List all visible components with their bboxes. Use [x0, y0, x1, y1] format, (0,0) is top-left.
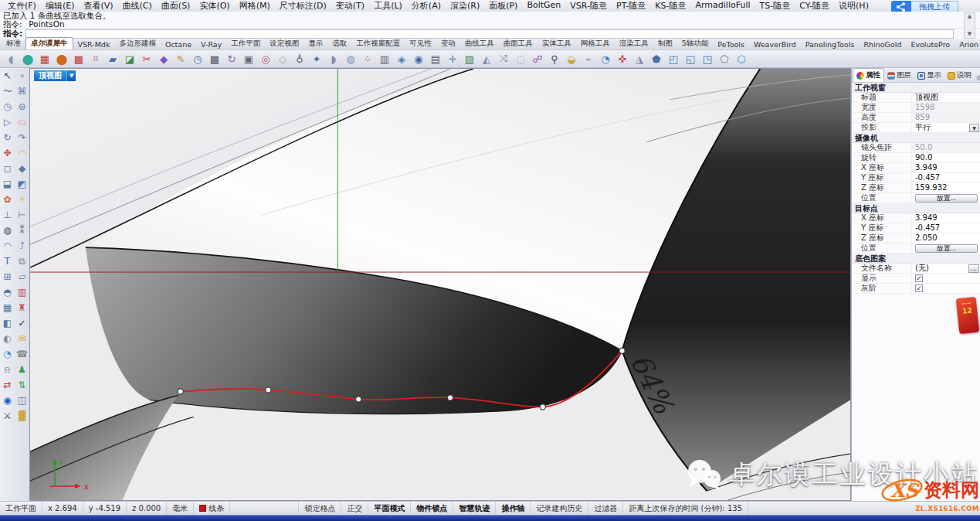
toolbar-tab[interactable]: 选取	[327, 38, 351, 49]
sidebar-tool-icon[interactable]: ⌘	[15, 83, 29, 99]
property-value[interactable]: -0.457	[915, 223, 940, 233]
sidebar-tool-icon[interactable]: ⬓	[0, 176, 15, 192]
status-item[interactable]: 锁定格点	[299, 502, 341, 515]
toolbar-icon[interactable]: ⌗	[87, 51, 104, 66]
viewport-title-tab[interactable]: 顶视图 ▼	[34, 70, 76, 81]
sidebar-tool-icon[interactable]: ⇅	[15, 377, 29, 393]
sidebar-tool-icon[interactable]: ◠	[15, 145, 29, 161]
sidebar-tool-icon[interactable]: ⚔	[0, 408, 15, 424]
toolbar-icon[interactable]: ▦	[36, 51, 53, 66]
status-item[interactable]: 毫米	[167, 502, 194, 515]
sidebar-tool-icon[interactable]: ◉	[0, 393, 15, 408]
property-value-cell[interactable]: 放置...	[912, 193, 980, 203]
menu-item[interactable]: 面板(P)	[484, 0, 522, 12]
sidebar-tool-icon[interactable]: ↖	[0, 68, 15, 83]
chevron-down-icon[interactable]: ▼	[969, 124, 979, 132]
menu-item[interactable]: 说明(H)	[834, 0, 873, 12]
menu-item[interactable]: 曲线(C)	[118, 0, 157, 12]
sidebar-tool-icon[interactable]: ▥	[15, 284, 29, 300]
property-value-cell[interactable]: 159.932	[912, 183, 980, 192]
toolbar-icon[interactable]: ⚲	[546, 51, 563, 66]
sidebar-tool-icon[interactable]: ♟	[15, 362, 29, 377]
panel-tab-显示[interactable]: 显示	[914, 69, 944, 82]
control-point[interactable]	[356, 397, 361, 402]
toolbar-tab[interactable]: PanelingTools	[801, 39, 860, 49]
toolbar-icon[interactable]: ▨	[461, 51, 478, 66]
control-point[interactable]	[447, 395, 453, 400]
property-value[interactable]: 159.932	[915, 183, 947, 192]
sidebar-tool-icon[interactable]: ◧	[0, 315, 15, 331]
sidebar-tool-icon[interactable]: ✓	[15, 315, 29, 331]
control-point[interactable]	[619, 348, 625, 353]
menu-item[interactable]: 变动(T)	[331, 0, 369, 12]
toolbar-icon[interactable]: ◷	[189, 51, 206, 66]
toolbar-icon[interactable]: ◔	[597, 51, 614, 66]
sidebar-tool-icon[interactable]: 〜	[0, 83, 15, 99]
toolbar-icon[interactable]: ▤	[427, 51, 444, 66]
property-value-cell[interactable]: 3.949	[912, 213, 980, 223]
toolbar-tab[interactable]: 实体工具	[537, 38, 576, 49]
property-value-cell[interactable]: 顶视图	[912, 93, 980, 102]
sidebar-tool-icon[interactable]: ▦	[0, 300, 15, 315]
sidebar-tool-icon[interactable]: ▱	[15, 269, 29, 284]
sidebar-tool-icon[interactable]: ↷	[15, 130, 29, 145]
toolbar-icon[interactable]: ⬤	[53, 51, 70, 66]
property-value-cell[interactable]: 放置...	[912, 243, 980, 253]
control-point[interactable]	[540, 404, 545, 410]
sidebar-tool-icon[interactable]: ⊥	[0, 207, 15, 223]
toolbar-tab[interactable]: 网格工具	[576, 38, 615, 49]
toolbar-icon[interactable]: ◭	[478, 51, 495, 66]
sidebar-tool-icon[interactable]: ◫	[15, 393, 29, 408]
toolbar-tab[interactable]: 制图	[653, 38, 677, 49]
status-item[interactable]: 记录建构历史	[531, 502, 588, 515]
toolbar-icon[interactable]: ◇	[274, 51, 291, 66]
menu-item[interactable]: 工具(L)	[369, 0, 407, 12]
sidebar-tool-icon[interactable]: ◐	[0, 331, 15, 346]
property-value-cell[interactable]: 90.0	[912, 153, 980, 162]
toolbar-tab[interactable]: 5轴功能	[677, 38, 714, 49]
toolbar-tab[interactable]: WeaverBird	[749, 39, 801, 49]
toolbar-icon[interactable]: ◉	[410, 51, 427, 66]
sidebar-tool-icon[interactable]: ✉	[15, 331, 29, 346]
toolbar-icon[interactable]: ◰	[665, 51, 682, 66]
property-value-cell[interactable]: ✓	[912, 274, 980, 283]
sidebar-tool-icon[interactable]: ∘	[15, 68, 29, 83]
viewport[interactable]: 64% x y	[29, 68, 851, 501]
sidebar-tool-icon[interactable]: ◓	[0, 284, 15, 300]
toolbar-icon[interactable]: ✛	[444, 51, 461, 66]
control-point[interactable]	[178, 389, 183, 394]
toolbar-icon[interactable]: ◒	[563, 51, 580, 66]
menu-item[interactable]: PT-随意	[612, 0, 650, 12]
toolbar-icon[interactable]: ▩	[70, 51, 87, 66]
sidebar-tool-icon[interactable]: ⇄	[0, 377, 15, 393]
menu-item[interactable]: ArmadilloFull	[691, 0, 755, 12]
status-item[interactable]: z 0.000	[127, 502, 167, 515]
status-item[interactable]: y -4.519	[83, 502, 127, 515]
panel-tab-说明[interactable]: 说明	[944, 69, 975, 82]
checkbox[interactable]: ✓	[915, 284, 923, 292]
toolbar-icon[interactable]: ▰	[104, 51, 121, 66]
checkbox[interactable]: ✓	[915, 274, 923, 282]
property-value-cell[interactable]: ✓	[912, 284, 980, 293]
toolbar-tab[interactable]: 渲染工具	[615, 38, 653, 49]
toolbar-tab[interactable]: VSR-Mdk	[73, 39, 115, 49]
status-item[interactable]: 距离上次保存的时间 (分钟): 135	[623, 502, 748, 515]
status-item[interactable]: 过滤器	[588, 502, 623, 515]
menu-item[interactable]: 分析(A)	[407, 0, 446, 12]
menu-item[interactable]: 曲面(S)	[157, 0, 195, 12]
toolbar-tab[interactable]: Arion	[955, 39, 980, 49]
toolbar-icon[interactable]: ◌	[512, 51, 529, 66]
sidebar-tool-icon[interactable]: ⊜	[15, 99, 29, 114]
place-button[interactable]: 放置...	[915, 244, 978, 253]
toolbar-tab[interactable]: 标准	[2, 38, 25, 49]
sidebar-tool-icon[interactable]: ⍾	[0, 362, 15, 377]
sidebar-tool-icon[interactable]: ⧉	[15, 254, 29, 269]
sidebar-tool-icon[interactable]: ↻	[0, 130, 15, 145]
toolbar-icon[interactable]: ▩	[206, 51, 223, 66]
menu-item[interactable]: 文件(F)	[3, 0, 41, 12]
sidebar-tool-icon[interactable]: ♜	[15, 300, 29, 315]
toolbar-icon[interactable]: ◆	[155, 51, 172, 66]
menu-item[interactable]: 查看(V)	[79, 0, 117, 12]
sidebar-tool-icon[interactable]: ◷	[0, 99, 15, 114]
sidebar-tool-icon[interactable]: ▭	[15, 114, 29, 130]
